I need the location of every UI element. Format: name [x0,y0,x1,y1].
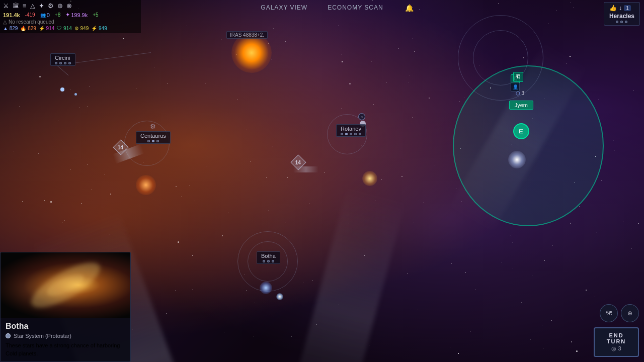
rotanev-label[interactable]: Rotanev [336,124,366,137]
jyem-circle-icon[interactable]: ⊟ [513,123,529,139]
top-right-panel: 👍 ↓ 1 Heracles [600,0,644,28]
pop-value: 👥0 [40,12,50,18]
rotanev-dots [341,133,361,135]
research-value: ✦ 199.9k [65,12,88,18]
heracles-system-icon: 🏗 [513,72,523,82]
end-turn-label: ENDTURN [603,332,630,344]
stat-2: 🔥 829 [20,26,36,31]
action-icon-building[interactable]: 🏛 [13,2,19,10]
botha-map-dots [261,260,276,262]
sound-icon[interactable]: 🔔 [405,4,414,12]
info-content: Botha Star System (Protostar) These star… [1,318,130,361]
arrow-down-icon: ↓ [619,5,622,12]
target-icon: ⊕ [627,310,632,317]
heracles-count: 1 [624,5,631,11]
info-title: Botha [6,322,125,331]
turn-number: ◎ 3 [603,345,630,352]
end-turn-button[interactable]: ENDTURN ◎ 3 [594,327,639,357]
circini-label[interactable]: Circini [50,53,75,66]
center-nav: GALAXY VIEW ECONOMY SCAN 🔔 [261,4,383,11]
heracles-icons: 👍 ↓ 1 [609,5,634,12]
fleet-1-diamond: 14 [113,139,128,155]
action-icon-star[interactable]: ✦ [39,2,44,10]
top-info-bar: ⚔ 🏛 ≡ △ ✦ ⚙ ⊕ ⊗ 191.4k -419 👥0 +8 ✦ 199.… [0,0,141,33]
heracles-dots [609,21,634,23]
stat-5: ⚙ 949 [74,26,89,31]
action-icon-triangle[interactable]: △ [30,2,35,10]
thumbup-icon: 👍 [609,5,617,12]
no-research-row: △ No research queued [3,19,138,25]
stat-1: ▲ 829 [3,26,18,31]
research-delta: +5 [93,12,98,18]
stat-3: ⚡ 914 [39,26,54,31]
action-icon-list[interactable]: ≡ [23,2,27,10]
credits-delta: -419 [25,12,35,18]
botha-map-label[interactable]: Botha [257,251,280,264]
circini-dots [55,62,71,64]
stat-6: ⚡ 949 [91,26,107,31]
info-description: These stars have a strong chance of harb… [6,342,125,357]
info-type: Star System (Protostar) [6,333,125,339]
info-panel[interactable]: Botha Star System (Protostar) These star… [0,252,131,362]
centaurus-gear-icon: ⚙ [150,123,156,130]
galaxy-view-nav[interactable]: GALAXY VIEW [261,4,307,11]
action-icon-swords[interactable]: ⚔ [3,2,9,10]
info-image [1,252,130,318]
bottom-right-controls: 🗺 ⊕ ENDTURN ◎ 3 [594,304,639,357]
map-mode-btn[interactable]: 🗺 [600,304,618,322]
fleet-2-marker[interactable]: 14 [291,155,306,170]
action-icon-gear[interactable]: ⚙ [48,2,54,10]
centaurus-label[interactable]: ⚙ Centaurus [136,131,171,144]
economy-scan-nav[interactable]: ECONOMY SCAN [328,4,383,11]
action-icon-tree[interactable]: ⊕ [57,2,63,10]
credits-value: 191.4k [3,12,20,18]
iras-label[interactable]: IRAS 48838+2. [226,31,268,39]
heracles-name: Heracles [609,13,634,20]
game-ui: ⚔ 🏛 ≡ △ ✦ ⚙ ⊕ ⊗ 191.4k -419 👥0 +8 ✦ 199.… [0,0,644,362]
pop-delta: +8 [55,12,60,18]
stats-row: ▲ 829 🔥 829 ⚡ 914 🛡 914 ⚙ 949 ⚡ 949 [3,26,138,31]
type-dot-icon [6,333,11,338]
stat-4: 🛡 914 [57,26,71,31]
centaurus-dots [140,140,166,142]
target-btn[interactable]: ⊕ [621,304,639,322]
fleet-2-diamond: 14 [290,154,306,170]
action-icon-extra[interactable]: ⊗ [66,2,72,10]
heracles-panel[interactable]: 👍 ↓ 1 Heracles [604,2,640,26]
map-mode-icon: 🗺 [606,310,612,317]
minimap-icons: 🗺 ⊕ [600,304,639,322]
credits-row: 191.4k -419 👥0 +8 ✦ 199.9k +5 [3,12,138,18]
jyem-count: ⬡ 3 [516,90,524,96]
jyem-label[interactable]: Jyem [509,101,533,110]
action-icons-row: ⚔ 🏛 ≡ △ ✦ ⚙ ⊕ ⊗ [3,2,138,10]
fleet-1-marker[interactable]: 14 [113,140,128,155]
